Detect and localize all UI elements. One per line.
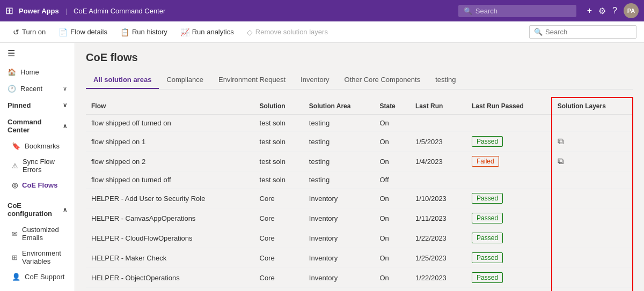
cell-solution-area: testing <box>304 132 375 152</box>
table-row[interactable]: HELPER - CloudFlowOperations Core Invent… <box>86 228 633 248</box>
cell-flow: HELPER - CanvasAppOperations <box>86 208 254 228</box>
table-row[interactable]: HELPER - ObjectOperations Core Inventory… <box>86 268 633 288</box>
cell-last-run-passed: Passed <box>466 268 552 288</box>
main-content: CoE flows All solution areas Compliance … <box>75 43 644 291</box>
cell-state: On <box>374 268 410 288</box>
flow-details-button[interactable]: 📄 Flow details <box>53 25 113 39</box>
cell-solution-area: Inventory <box>304 228 375 248</box>
cell-flow: flow shipped on 1 <box>86 132 254 152</box>
table-search-input[interactable] <box>545 28 632 36</box>
app-name: CoE Admin Command Center <box>74 7 165 15</box>
home-icon: 🏠 <box>8 68 16 76</box>
status-badge: Passed <box>472 252 503 263</box>
cell-solution: Core <box>254 268 304 288</box>
table-row[interactable]: flow shipped off turned on test soln tes… <box>86 115 633 132</box>
cell-last-run: 1/25/2023 <box>410 248 466 268</box>
command-bar: ↺ Turn on 📄 Flow details 📋 Run history 📈… <box>0 21 644 43</box>
sidebar-item-recent[interactable]: 🕐 Recent ∨ <box>0 80 75 97</box>
cell-solution-area: testing <box>304 171 375 189</box>
cell-last-run-passed <box>466 115 552 132</box>
table-row[interactable]: HELPER - Send Email Core Inventory On 1/… <box>86 288 633 292</box>
status-badge: Passed <box>472 136 503 147</box>
status-badge: Failed <box>472 156 499 167</box>
cell-solution-layers <box>552 248 633 268</box>
table-search-box[interactable]: 🔍 <box>529 25 636 39</box>
turn-on-button[interactable]: ↺ Turn on <box>8 25 51 39</box>
global-search-box[interactable]: 🔍 <box>458 5 576 17</box>
tab-environment-request[interactable]: Environment Request <box>211 71 293 89</box>
run-analytics-icon: 📈 <box>180 28 189 36</box>
pinned-section-header[interactable]: Pinned ∨ <box>0 97 75 114</box>
sidebar-item-home[interactable]: 🏠 Home <box>0 64 75 80</box>
cell-last-run: 1/10/2023 <box>410 189 466 208</box>
tab-other-core-components[interactable]: Other Core Components <box>337 71 428 89</box>
cell-last-run-passed: Passed <box>466 189 552 208</box>
table-row[interactable]: flow shipped on turned off test soln tes… <box>86 171 633 189</box>
cell-solution: Core <box>254 208 304 228</box>
cell-solution-layers <box>552 228 633 248</box>
cell-last-run-passed: Passed <box>466 132 552 152</box>
flows-table: Flow Solution Solution Area State Last R… <box>86 97 633 291</box>
cell-state: On <box>374 248 410 268</box>
table-row[interactable]: HELPER - Add User to Security Role Core … <box>86 189 633 208</box>
cell-solution-area: Inventory <box>304 268 375 288</box>
cell-last-run: 1/22/2023 <box>410 268 466 288</box>
add-icon[interactable]: + <box>587 6 592 16</box>
sidebar-item-coe-flows[interactable]: ◎ CoE Flows <box>0 177 75 193</box>
cell-solution: Core <box>254 288 304 292</box>
sidebar-item-sync-flow-errors[interactable]: ⚠ Sync Flow Errors <box>0 154 75 177</box>
table-row[interactable]: flow shipped on 1 test soln testing On 1… <box>86 132 633 152</box>
tab-inventory[interactable]: Inventory <box>293 71 336 89</box>
cell-flow: flow shipped on 2 <box>86 152 254 171</box>
cell-flow: HELPER - Send Email <box>86 288 254 292</box>
settings-icon[interactable]: ⚙ <box>598 6 606 16</box>
coe-support-icon: 👤 <box>12 273 20 281</box>
cell-state: On <box>374 132 410 152</box>
top-bar-actions: + ⚙ ? PA <box>587 3 639 18</box>
cell-last-run-passed: Failed <box>466 288 552 292</box>
global-search-input[interactable] <box>475 7 571 15</box>
run-history-button[interactable]: 📋 Run history <box>115 25 173 39</box>
sidebar-item-coe-support[interactable]: 👤 CoE Support <box>0 269 75 285</box>
cell-solution: test soln <box>254 115 304 132</box>
pinned-label: Pinned <box>8 101 31 109</box>
cell-solution-area: testing <box>304 152 375 171</box>
coe-config-section-header[interactable]: CoE configuration ∧ <box>0 197 75 222</box>
apps-grid-icon[interactable]: ⊞ <box>5 5 13 17</box>
cell-flow: flow shipped off turned on <box>86 115 254 132</box>
separator: | <box>65 7 67 15</box>
solution-area-tabs: All solution areas Compliance Environmen… <box>86 71 633 89</box>
cell-solution-layers <box>552 288 633 292</box>
search-icon: 🔍 <box>464 7 472 15</box>
recent-icon: 🕐 <box>8 85 16 93</box>
cell-flow: HELPER - CloudFlowOperations <box>86 228 254 248</box>
cell-last-run: 1/4/2023 <box>410 152 466 171</box>
sidebar-item-customized-emails[interactable]: ✉ Customized Emails <box>0 222 75 245</box>
run-analytics-button[interactable]: 📈 Run analytics <box>175 25 239 39</box>
cell-state: On <box>374 228 410 248</box>
remove-solution-button[interactable]: ◇ Remove solution layers <box>241 25 333 39</box>
sidebar-hamburger[interactable]: ☰ <box>0 43 75 64</box>
platform-news-section-header[interactable]: Platform news ∨ <box>0 289 75 291</box>
tab-testing[interactable]: testing <box>428 71 463 89</box>
cell-solution-area: Inventory <box>304 248 375 268</box>
cell-last-run-passed: Passed <box>466 208 552 228</box>
command-center-section-header[interactable]: Command Center ∧ <box>0 114 75 138</box>
tab-compliance[interactable]: Compliance <box>159 71 211 89</box>
table-row[interactable]: HELPER - CanvasAppOperations Core Invent… <box>86 208 633 228</box>
table-row[interactable]: HELPER - Maker Check Core Inventory On 1… <box>86 248 633 268</box>
avatar[interactable]: PA <box>624 3 639 18</box>
sidebar-item-environment-variables[interactable]: ⊞ Environment Variables <box>0 245 75 269</box>
tab-all-solution-areas[interactable]: All solution areas <box>86 71 159 89</box>
flows-table-container: Flow Solution Solution Area State Last R… <box>86 97 633 291</box>
status-badge: Passed <box>472 193 503 204</box>
sidebar: ☰ 🏠 Home 🕐 Recent ∨ Pinned ∨ Command Cen… <box>0 43 75 291</box>
table-row[interactable]: flow shipped on 2 test soln testing On 1… <box>86 152 633 171</box>
col-header-solution: Solution <box>254 98 304 115</box>
status-badge: Passed <box>472 213 503 223</box>
help-icon[interactable]: ? <box>612 6 617 16</box>
sidebar-item-bookmarks[interactable]: 🔖 Bookmarks <box>0 138 75 154</box>
coe-support-label: CoE Support <box>25 273 64 281</box>
flow-details-label: Flow details <box>70 28 107 36</box>
search-icon: 🔍 <box>534 28 543 36</box>
